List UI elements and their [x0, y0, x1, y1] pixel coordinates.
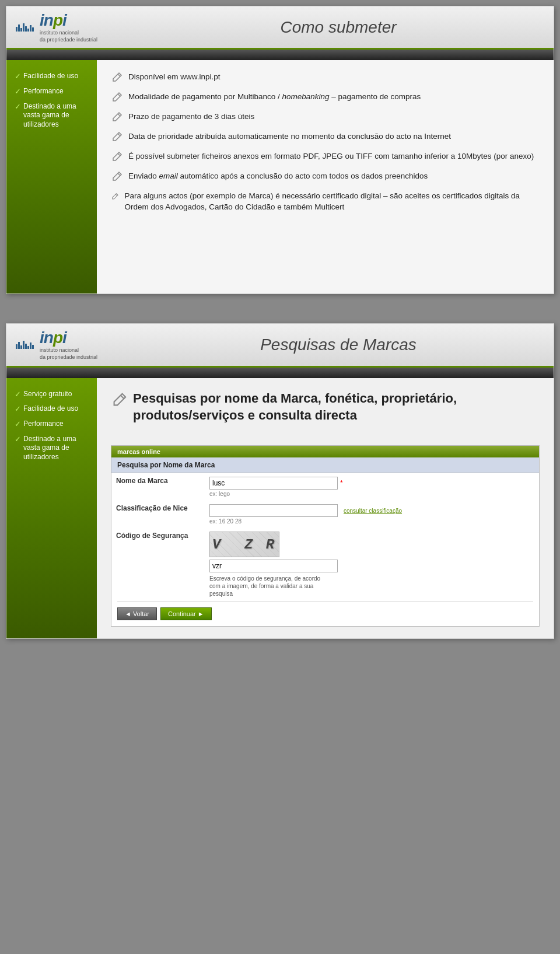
search-intro-text: Pesquisas por nome da Marca, fonética, p… — [133, 390, 540, 424]
slide1-header: inpi instituto nacional da propriedade i… — [6, 6, 554, 50]
sidebar-item-destinado: ✓ Destinado a uma vasta gama de utilizad… — [15, 102, 89, 130]
pencil-icon-4 — [111, 151, 123, 163]
slide2-sidebar: ✓ Serviço gratuito ✓ Facilidade de uso ✓… — [6, 378, 97, 638]
continuar-arrow-icon: ► — [198, 610, 204, 617]
marcas-online-header: marcas online — [111, 446, 539, 457]
sidebar-label-destinado: Destinado a uma vasta gama de utilizador… — [23, 102, 89, 130]
feature-item-2: Prazo de pagamento de 3 dias úteis — [111, 111, 540, 123]
pencil-icon-1 — [111, 92, 123, 103]
slide2-title: Pesquisas de Marcas — [132, 336, 544, 354]
slide1-main: Disponível em www.inpi.pt Modalidade de … — [97, 60, 554, 293]
slide2-dark-band — [6, 368, 554, 378]
continuar-button[interactable]: Continuar ► — [160, 607, 212, 620]
voltar-arrow-icon: ◄ — [125, 610, 131, 617]
slide1-title: Como submeter — [132, 18, 544, 37]
captcha-text: V Z R — [212, 537, 276, 553]
logo-bars-icon — [16, 23, 34, 32]
nome-input[interactable] — [209, 477, 338, 490]
nome-label: Nome da Marca — [111, 473, 205, 501]
check-icon-2: ✓ — [15, 87, 21, 96]
slide-gap — [0, 300, 560, 317]
bottom-spacer — [0, 645, 560, 656]
nice-label: Classificação de Nice — [111, 501, 205, 528]
check-icon-s3: ✓ — [15, 420, 21, 428]
slide2-sidebar-item-facilidade: ✓ Facilidade de uso — [15, 404, 89, 414]
form-buttons-area: ◄ Voltar Continuar ► — [111, 602, 539, 626]
voltar-label: Voltar — [133, 610, 149, 617]
slide-1: inpi instituto nacional da propriedade i… — [6, 6, 554, 294]
captcha-image: V Z R — [209, 532, 279, 557]
pencil-icon-3 — [111, 131, 123, 143]
slide2-logo-bars-icon — [16, 341, 34, 349]
nice-input[interactable] — [209, 504, 338, 517]
feature-item-6: Para alguns actos (por exemplo de Marca)… — [111, 191, 540, 213]
nome-hint: ex: lego — [209, 491, 534, 497]
check-icon-s1: ✓ — [15, 390, 21, 399]
slide2-logo-tagline: instituto nacional da propriedade indust… — [40, 347, 97, 361]
sidebar-item-facilidade: ✓ Facilidade de uso — [15, 72, 89, 81]
form-row-nome: Nome da Marca * ex: lego — [111, 473, 539, 501]
slide1-logo-area: inpi instituto nacional da propriedade i… — [16, 11, 132, 43]
nice-hint: ex: 16 20 28 — [209, 518, 534, 525]
marcas-form-table: Nome da Marca * ex: lego Classificação d… — [111, 473, 539, 601]
slide2-sidebar-item-performance: ✓ Performance — [15, 420, 89, 429]
pencil-icon-2 — [111, 111, 123, 123]
feature-list: Disponível em www.inpi.pt Modalidade de … — [111, 72, 540, 213]
feature-item-5: Enviado email automático após a conclusã… — [111, 171, 540, 183]
sidebar-label-facilidade: Facilidade de uso — [23, 72, 78, 81]
logo-inpi-text: inpi — [40, 11, 97, 30]
marcas-online-box: marcas online Pesquisa por Nome da Marca… — [111, 445, 540, 627]
logo-tagline: instituto nacional da propriedade indust… — [40, 30, 97, 43]
slide2-sidebar-item-servico: ✓ Serviço gratuito — [15, 390, 89, 399]
voltar-button[interactable]: ◄ Voltar — [117, 607, 157, 620]
feature-item-1: Modalidade de pagamento por Multibanco /… — [111, 92, 540, 103]
nice-classification-link[interactable]: consultar classificação — [344, 508, 402, 514]
slide2-content: ✓ Serviço gratuito ✓ Facilidade de uso ✓… — [6, 378, 554, 638]
form-row-captcha: Código de Segurança V Z R Escreva o códi… — [111, 528, 539, 601]
slide1-sidebar: ✓ Facilidade de uso ✓ Performance ✓ Dest… — [6, 60, 97, 293]
sidebar-label-performance: Performance — [23, 87, 64, 96]
slide1-dark-band — [6, 50, 554, 60]
feature-item-0: Disponível em www.inpi.pt — [111, 72, 540, 83]
captcha-label: Código de Segurança — [111, 528, 205, 601]
feature-item-3: Data de prioridade atribuída automaticam… — [111, 131, 540, 143]
slide2-sidebar-item-destinado: ✓ Destinado a uma vasta gama de utilizad… — [15, 435, 89, 462]
check-icon-3: ✓ — [15, 102, 21, 111]
search-pencil-icon — [111, 392, 127, 408]
slide2-logo-area: inpi instituto nacional da propriedade i… — [16, 329, 132, 361]
pencil-icon-0 — [111, 72, 123, 83]
pencil-icon-5 — [111, 171, 123, 183]
pencil-icon-6 — [111, 191, 118, 202]
slide2-logo-inpi-text: inpi — [40, 329, 97, 347]
slide1-content: ✓ Facilidade de uso ✓ Performance ✓ Dest… — [6, 60, 554, 293]
check-icon-s4: ✓ — [15, 435, 21, 443]
check-icon-1: ✓ — [15, 72, 21, 81]
slide-2: inpi instituto nacional da propriedade i… — [6, 323, 554, 639]
slide2-main: Pesquisas por nome da Marca, fonética, p… — [97, 378, 554, 638]
captcha-description: Escreva o código de segurança, de acordo… — [209, 575, 332, 597]
sidebar-item-performance: ✓ Performance — [15, 87, 89, 96]
check-icon-s2: ✓ — [15, 404, 21, 413]
nome-required-indicator: * — [340, 479, 343, 487]
form-row-nice: Classificação de Nice consultar classifi… — [111, 501, 539, 528]
feature-item-4: É possível submeter ficheiros anexos em … — [111, 151, 540, 163]
continuar-label: Continuar — [168, 610, 196, 617]
captcha-input[interactable] — [209, 560, 338, 572]
slide2-header: inpi instituto nacional da propriedade i… — [6, 324, 554, 367]
marcas-form-header: Pesquisa por Nome da Marca — [111, 457, 539, 473]
